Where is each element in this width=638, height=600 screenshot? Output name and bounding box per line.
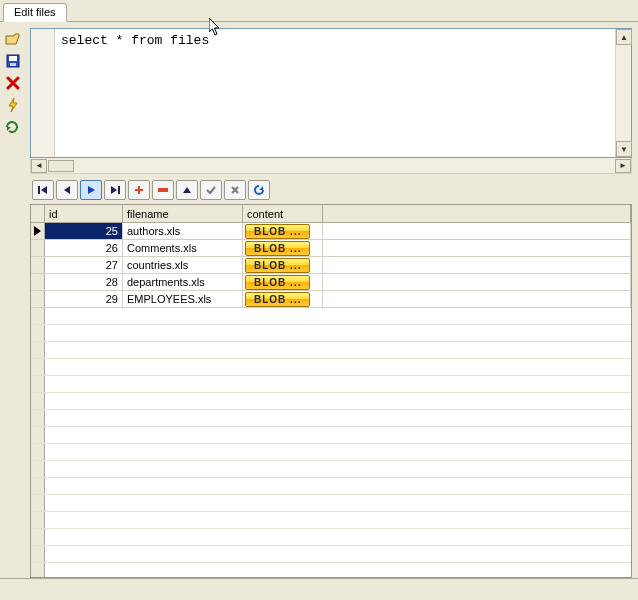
cell-spacer <box>323 240 631 256</box>
cell-content: BLOB ... <box>243 274 323 290</box>
cell-filename[interactable]: Comments.xls <box>123 240 243 256</box>
grid-header-id[interactable]: id <box>45 205 123 222</box>
nav-confirm-button[interactable] <box>200 180 222 200</box>
blob-button[interactable]: BLOB ... <box>245 292 310 307</box>
nav-prev-button[interactable] <box>56 180 78 200</box>
empty-row <box>31 512 631 529</box>
svg-rect-3 <box>38 186 40 194</box>
cell-spacer <box>323 291 631 307</box>
cell-id[interactable]: 28 <box>45 274 123 290</box>
content-area: select * from files ▲ ▼ ◄ ► <box>26 22 638 578</box>
svg-rect-1 <box>9 56 17 61</box>
nav-cancel-button[interactable] <box>224 180 246 200</box>
empty-row <box>31 325 631 342</box>
empty-row <box>31 376 631 393</box>
row-indicator <box>31 444 45 460</box>
cell-filename[interactable]: authors.xls <box>123 223 243 239</box>
row-indicator <box>31 563 45 577</box>
empty-row <box>31 427 631 444</box>
sql-gutter <box>31 29 55 157</box>
row-indicator[interactable] <box>31 240 45 256</box>
row-indicator <box>31 325 45 341</box>
table-row[interactable]: 27countries.xlsBLOB ... <box>31 257 631 274</box>
row-indicator <box>31 427 45 443</box>
nav-add-button[interactable] <box>128 180 150 200</box>
svg-rect-4 <box>118 186 120 194</box>
row-indicator <box>31 359 45 375</box>
grid-header-content[interactable]: content <box>243 205 323 222</box>
scroll-thumb[interactable] <box>48 160 74 172</box>
cell-id[interactable]: 29 <box>45 291 123 307</box>
blob-button[interactable]: BLOB ... <box>245 241 310 256</box>
status-bar <box>0 578 638 600</box>
grid-header-indicator[interactable] <box>31 205 45 222</box>
sql-text[interactable]: select * from files <box>55 29 615 157</box>
cell-id[interactable]: 26 <box>45 240 123 256</box>
empty-row <box>31 359 631 376</box>
sql-editor[interactable]: select * from files ▲ ▼ <box>30 28 632 158</box>
save-icon[interactable] <box>4 52 22 70</box>
empty-row <box>31 563 631 577</box>
row-indicator <box>31 512 45 528</box>
row-indicator[interactable] <box>31 257 45 273</box>
row-indicator <box>31 342 45 358</box>
cell-id[interactable]: 25 <box>45 223 123 239</box>
nav-first-button[interactable] <box>32 180 54 200</box>
cell-content: BLOB ... <box>243 223 323 239</box>
scroll-up-icon[interactable]: ▲ <box>616 29 632 45</box>
row-indicator[interactable] <box>31 223 45 239</box>
execute-icon[interactable] <box>4 96 22 114</box>
grid-header-filename[interactable]: filename <box>123 205 243 222</box>
cell-filename[interactable]: EMPLOYEES.xls <box>123 291 243 307</box>
empty-row <box>31 308 631 325</box>
nav-last-button[interactable] <box>104 180 126 200</box>
row-indicator <box>31 529 45 545</box>
scroll-left-icon[interactable]: ◄ <box>31 159 47 173</box>
cell-spacer <box>323 274 631 290</box>
empty-row <box>31 444 631 461</box>
nav-reload-button[interactable] <box>248 180 270 200</box>
blob-button[interactable]: BLOB ... <box>245 224 310 239</box>
row-indicator <box>31 376 45 392</box>
cell-spacer <box>323 257 631 273</box>
table-row[interactable]: 29EMPLOYEES.xlsBLOB ... <box>31 291 631 308</box>
row-indicator[interactable] <box>31 291 45 307</box>
empty-row <box>31 461 631 478</box>
sql-horizontal-scrollbar[interactable]: ◄ ► <box>30 158 632 174</box>
row-indicator <box>31 461 45 477</box>
grid-body[interactable]: 25authors.xlsBLOB ...26Comments.xlsBLOB … <box>31 223 631 577</box>
row-indicator <box>31 546 45 562</box>
blob-button[interactable]: BLOB ... <box>245 258 310 273</box>
cell-content: BLOB ... <box>243 240 323 256</box>
blob-button[interactable]: BLOB ... <box>245 275 310 290</box>
table-row[interactable]: 26Comments.xlsBLOB ... <box>31 240 631 257</box>
empty-row <box>31 393 631 410</box>
tab-edit-files[interactable]: Edit files <box>3 3 67 22</box>
cell-filename[interactable]: countries.xls <box>123 257 243 273</box>
cell-content: BLOB ... <box>243 257 323 273</box>
empty-row <box>31 495 631 512</box>
delete-icon[interactable] <box>4 74 22 92</box>
grid-header-spacer <box>323 205 631 222</box>
cell-filename[interactable]: departments.xls <box>123 274 243 290</box>
nav-remove-button[interactable] <box>152 180 174 200</box>
refresh-icon[interactable] <box>4 118 22 136</box>
row-indicator[interactable] <box>31 274 45 290</box>
side-toolbar <box>0 22 26 578</box>
row-indicator <box>31 495 45 511</box>
table-row[interactable]: 25authors.xlsBLOB ... <box>31 223 631 240</box>
grid-header: id filename content <box>31 205 631 223</box>
app-window: Edit files select * from files <box>0 0 638 600</box>
empty-row <box>31 342 631 359</box>
table-row[interactable]: 28departments.xlsBLOB ... <box>31 274 631 291</box>
svg-rect-5 <box>158 188 168 192</box>
sql-vertical-scrollbar[interactable]: ▲ ▼ <box>615 29 631 157</box>
scroll-right-icon[interactable]: ► <box>615 159 631 173</box>
cell-id[interactable]: 27 <box>45 257 123 273</box>
empty-row <box>31 546 631 563</box>
nav-play-button[interactable] <box>80 180 102 200</box>
open-icon[interactable] <box>4 30 22 48</box>
nav-up-button[interactable] <box>176 180 198 200</box>
scroll-down-icon[interactable]: ▼ <box>616 141 632 157</box>
data-grid[interactable]: id filename content 25authors.xlsBLOB ..… <box>30 204 632 578</box>
